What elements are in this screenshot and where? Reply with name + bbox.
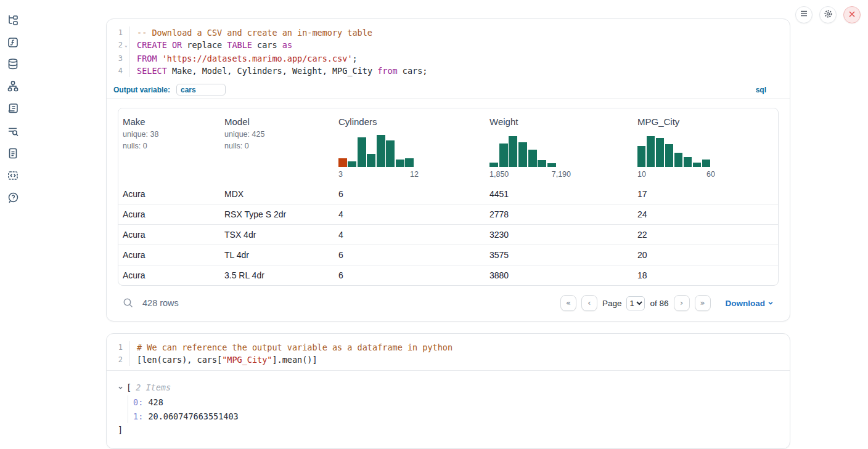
datasources-icon[interactable] — [7, 58, 19, 70]
histogram-bar — [396, 160, 404, 167]
code-line: 1# We can reference the output variable … — [107, 341, 790, 354]
search-icon[interactable] — [123, 297, 134, 309]
output-variable-input[interactable] — [176, 84, 226, 95]
table-cell: TL 4dr — [220, 250, 334, 260]
sql-code-editor[interactable]: 1-- Download a CSV and create an in-memo… — [107, 19, 790, 81]
table-cell: 3880 — [485, 270, 633, 280]
column-histogram: 312 — [338, 135, 480, 179]
table-cell: 3575 — [485, 250, 633, 260]
column-title: Model — [224, 116, 329, 127]
histogram-bar — [509, 136, 517, 167]
table-cell: 18 — [633, 270, 778, 280]
page-label: Page — [602, 299, 622, 308]
histogram-bar — [499, 144, 508, 167]
histogram-min-label: 3 — [338, 170, 343, 179]
table-row[interactable]: AcuraTL 4dr6357520 — [118, 245, 778, 265]
first-page-button[interactable]: « — [560, 295, 576, 311]
histogram-bar — [665, 144, 673, 167]
table-cell: 6 — [334, 250, 485, 260]
prev-page-button[interactable]: ‹ — [581, 295, 597, 311]
tree-entry-value: 20.060747663551403 — [143, 411, 238, 421]
fold-chevron-icon[interactable]: ⌄ — [123, 39, 129, 52]
histogram-bar — [348, 161, 356, 167]
settings-button[interactable] — [819, 6, 837, 23]
python-cell: 1# We can reference the output variable … — [106, 333, 790, 449]
column-header-model[interactable]: Modelunique: 425nulls: 0 — [220, 108, 334, 184]
column-header-cylinders[interactable]: Cylinders312 — [334, 108, 485, 184]
help-icon[interactable] — [7, 192, 19, 204]
histogram-bar — [693, 163, 701, 167]
code-line: 3FROM 'https://datasets.marimo.app/cars.… — [107, 52, 790, 65]
tree-entries: 0: 4281: 20.060747663551403 — [128, 395, 779, 423]
histogram-max-label: 60 — [706, 170, 715, 179]
language-badge[interactable]: sql — [756, 86, 766, 94]
row-count: 428 rows — [142, 298, 179, 308]
table-row[interactable]: AcuraTSX 4dr4323022 — [118, 224, 778, 245]
code-line: 2[len(cars), cars["MPG_City"].mean()] — [107, 354, 790, 366]
sql-cell: 1-- Download a CSV and create an in-memo… — [106, 18, 790, 322]
histogram-bar — [518, 142, 527, 167]
collapse-chevron-icon[interactable] — [118, 385, 126, 390]
code-line: 2⌄CREATE OR replace TABLE cars as — [107, 39, 790, 52]
table-body: AcuraMDX6445117AcuraRSX Type S 2dr427782… — [118, 184, 778, 285]
functions-icon[interactable] — [7, 36, 19, 49]
code-content: [len(cars), cars["MPG_City"].mean()] — [129, 354, 317, 366]
tree-entry: 1: 20.060747663551403 — [133, 410, 779, 424]
table-row[interactable]: AcuraMDX6445117 — [118, 184, 778, 204]
fold-gutter — [123, 354, 129, 366]
histogram-max-label: 7,190 — [552, 170, 571, 179]
column-stat: unique: 38 — [123, 130, 215, 139]
table-cell: RSX Type S 2dr — [220, 209, 334, 219]
notebook-actions — [795, 6, 861, 23]
histogram-bar — [386, 140, 395, 167]
next-page-button[interactable]: › — [674, 295, 690, 311]
shutdown-button[interactable] — [843, 6, 861, 23]
scratchpad-icon[interactable] — [7, 102, 19, 115]
snippets-icon[interactable] — [7, 169, 19, 182]
histogram-bar — [489, 163, 498, 167]
download-label: Download — [726, 299, 766, 308]
file-tree-icon[interactable] — [7, 14, 19, 26]
line-number: 1 — [107, 341, 123, 354]
data-table: Makeunique: 38nulls: 0Modelunique: 425nu… — [118, 108, 779, 286]
line-number: 3 — [107, 52, 123, 65]
code-content: CREATE OR replace TABLE cars as — [129, 39, 292, 52]
last-page-button[interactable]: » — [695, 295, 711, 311]
code-content: FROM 'https://datasets.marimo.app/cars.c… — [129, 52, 358, 65]
column-header-mpg_city[interactable]: MPG_City1060 — [633, 108, 778, 184]
column-stat: nulls: 0 — [123, 142, 215, 150]
line-number: 2 — [107, 39, 123, 52]
logs-icon[interactable] — [7, 125, 19, 137]
gear-icon — [824, 9, 833, 21]
tree-entry-key: 0: — [133, 397, 143, 407]
download-button[interactable]: Download — [726, 299, 774, 308]
table-footer: 428 rows « ‹ Page 1 of 86 › » Download — [118, 291, 779, 313]
table-header-row: Makeunique: 38nulls: 0Modelunique: 425nu… — [118, 108, 778, 184]
page-select[interactable]: 1 — [626, 296, 645, 310]
table-row[interactable]: Acura3.5 RL 4dr6388018 — [118, 265, 778, 285]
tree-root: [ 2 Items — [118, 381, 779, 394]
dependency-graph-icon[interactable] — [7, 80, 19, 92]
table-cell: 17 — [633, 189, 778, 199]
documentation-icon[interactable] — [7, 147, 19, 160]
table-row[interactable]: AcuraRSX Type S 2dr4277824 — [118, 204, 778, 224]
histogram-bar — [528, 150, 537, 167]
table-cell: Acura — [118, 270, 220, 280]
line-number: 1 — [107, 26, 123, 39]
column-header-make[interactable]: Makeunique: 38nulls: 0 — [118, 108, 220, 184]
table-cell: Acura — [118, 230, 220, 240]
sql-cell-footer: Output variable: sql — [107, 81, 790, 99]
table-cell: Acura — [118, 209, 220, 219]
table-cell: Acura — [118, 189, 220, 199]
table-cell: 24 — [633, 209, 778, 219]
python-code-editor[interactable]: 1# We can reference the output variable … — [107, 334, 790, 370]
page-total-label: of 86 — [650, 299, 668, 308]
histogram-bar — [637, 146, 645, 167]
histogram-bar — [338, 158, 347, 167]
menu-button[interactable] — [795, 6, 813, 23]
histogram-bar — [367, 154, 375, 167]
column-header-weight[interactable]: Weight1,8507,190 — [485, 108, 633, 184]
tree-entry: 0: 428 — [133, 395, 779, 410]
tree-entry-key: 1: — [133, 411, 143, 421]
histogram-bar — [674, 153, 682, 167]
